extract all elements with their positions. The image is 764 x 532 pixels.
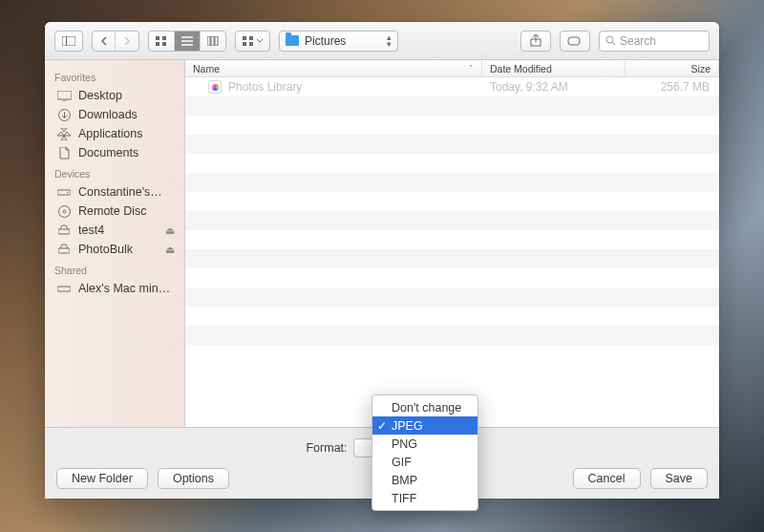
svg-rect-2 — [156, 36, 159, 40]
sidebar-section-favorites: Favorites — [45, 66, 184, 86]
svg-point-25 — [58, 205, 70, 217]
disk-icon — [56, 185, 72, 199]
sidebar-item-test4[interactable]: test4⏏ — [45, 221, 184, 240]
location-popup[interactable]: Pictures ▴▾ — [279, 31, 398, 52]
svg-point-18 — [606, 36, 613, 43]
format-dropdown-menu: Don't change ✓JPEG PNG GIF BMP TIFF — [371, 394, 478, 511]
shared-mac-icon — [56, 282, 72, 295]
dialog-body: Favorites Desktop Downloads Applications… — [45, 60, 719, 428]
check-icon: ✓ — [377, 419, 387, 433]
svg-rect-23 — [57, 190, 71, 195]
remote-disc-icon — [56, 204, 72, 218]
format-option-gif[interactable]: GIF — [372, 453, 478, 471]
svg-rect-29 — [57, 287, 71, 291]
icon-view-button[interactable] — [149, 32, 175, 51]
svg-rect-4 — [156, 42, 159, 46]
forward-button[interactable] — [116, 32, 138, 51]
share-button[interactable] — [520, 31, 551, 52]
sidebar-toggle-group — [54, 31, 83, 52]
format-option-dont-change[interactable]: Don't change — [372, 398, 478, 416]
search-placeholder: Search — [620, 34, 656, 48]
sidebar-item-photobulk[interactable]: PhotoBulk⏏ — [45, 240, 184, 259]
back-button[interactable] — [93, 32, 116, 51]
desktop-icon — [56, 89, 72, 102]
svg-rect-17 — [568, 37, 580, 45]
svg-rect-20 — [57, 91, 72, 99]
column-header-date[interactable]: Date Modified — [482, 60, 626, 76]
eject-icon[interactable]: ⏏ — [165, 244, 175, 256]
format-option-png[interactable]: PNG — [372, 435, 478, 453]
sidebar-section-shared: Shared — [45, 259, 184, 279]
volume-icon — [56, 243, 72, 256]
file-row[interactable]: Photos Library Today, 9:32 AM 256.7 MB — [185, 77, 719, 96]
svg-rect-27 — [58, 229, 70, 234]
search-icon — [605, 35, 616, 46]
format-label: Format: — [306, 441, 347, 455]
save-dialog-window: Pictures ▴▾ Search Favorites Desktop Dow… — [45, 22, 719, 499]
svg-line-19 — [612, 42, 615, 45]
column-view-button[interactable] — [201, 32, 225, 51]
cancel-button[interactable]: Cancel — [573, 468, 641, 489]
sidebar-section-devices: Devices — [45, 162, 184, 182]
photos-library-icon — [208, 80, 222, 94]
svg-rect-0 — [62, 36, 75, 46]
file-rows: Photos Library Today, 9:32 AM 256.7 MB — [185, 77, 719, 427]
sidebar-item-remote-disc[interactable]: Remote Disc — [45, 202, 184, 221]
sidebar-item-desktop[interactable]: Desktop — [45, 86, 184, 105]
tags-button[interactable] — [560, 31, 590, 52]
format-option-tiff[interactable]: TIFF — [372, 489, 478, 507]
documents-icon — [56, 146, 72, 160]
svg-point-26 — [63, 210, 66, 213]
svg-rect-10 — [211, 36, 214, 46]
options-button[interactable]: Options — [158, 468, 229, 489]
svg-rect-11 — [215, 36, 218, 46]
sidebar-item-downloads[interactable]: Downloads — [45, 105, 184, 124]
svg-rect-12 — [243, 36, 246, 40]
location-label: Pictures — [305, 34, 346, 48]
search-field[interactable]: Search — [599, 31, 710, 52]
list-view-button[interactable] — [175, 32, 201, 51]
nav-history-group — [92, 31, 139, 52]
sort-asc-icon: ˄ — [469, 64, 474, 74]
column-header-name[interactable]: Name˄ — [185, 60, 482, 76]
format-option-jpeg[interactable]: ✓JPEG — [372, 416, 478, 435]
updown-chevrons-icon: ▴▾ — [387, 34, 392, 48]
eject-icon[interactable]: ⏏ — [165, 224, 175, 237]
applications-icon — [56, 127, 72, 140]
sidebar-toggle-button[interactable] — [55, 32, 82, 51]
svg-rect-28 — [58, 248, 70, 253]
save-button[interactable]: Save — [650, 468, 709, 489]
toolbar: Pictures ▴▾ Search — [45, 22, 719, 60]
sidebar: Favorites Desktop Downloads Applications… — [45, 60, 185, 427]
svg-point-24 — [67, 191, 69, 193]
sidebar-item-documents[interactable]: Documents — [45, 143, 184, 162]
svg-rect-13 — [249, 36, 253, 40]
sidebar-item-applications[interactable]: Applications — [45, 124, 184, 143]
downloads-icon — [56, 108, 72, 121]
column-header-size[interactable]: Size — [626, 60, 719, 76]
folder-icon — [286, 35, 299, 46]
svg-rect-14 — [243, 42, 246, 46]
group-by-group — [235, 31, 270, 52]
svg-rect-3 — [162, 36, 166, 40]
file-list-header: Name˄ Date Modified Size — [185, 60, 719, 77]
svg-rect-9 — [207, 36, 210, 46]
format-option-bmp[interactable]: BMP — [372, 471, 478, 489]
sidebar-item-alex-mac-mini[interactable]: Alex's Mac min… — [45, 279, 184, 298]
new-folder-button[interactable]: New Folder — [56, 468, 148, 489]
group-by-button[interactable] — [236, 32, 269, 51]
view-mode-group — [148, 31, 226, 52]
svg-rect-15 — [249, 42, 253, 46]
svg-rect-5 — [162, 42, 166, 46]
volume-icon — [56, 223, 72, 237]
file-list-area: Name˄ Date Modified Size Photos Library … — [185, 60, 719, 427]
sidebar-item-constantines[interactable]: Constantine's… — [45, 182, 184, 202]
